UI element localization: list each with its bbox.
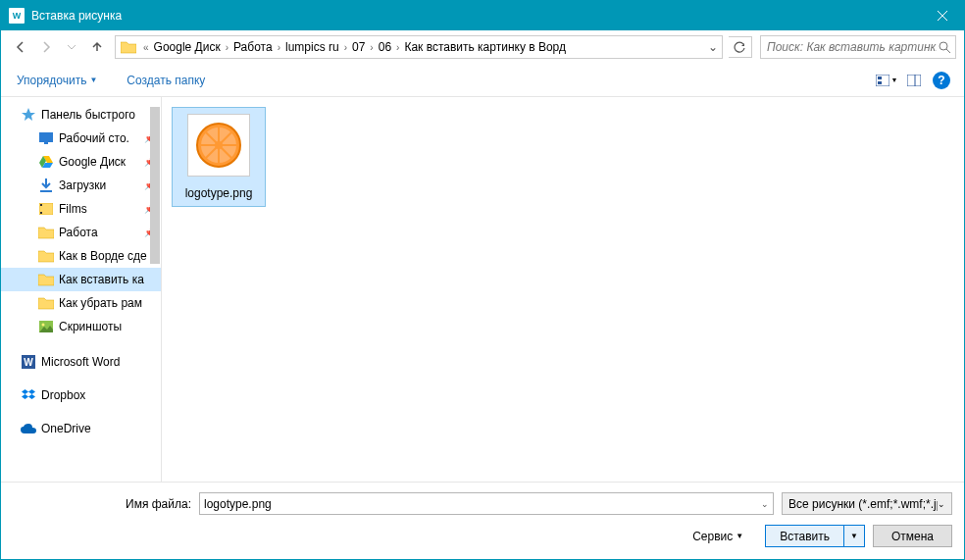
sidebar-item-downloads[interactable]: Загрузки📌 xyxy=(1,174,161,197)
tools-button[interactable]: Сервис ▼ xyxy=(692,530,743,543)
up-button[interactable] xyxy=(85,35,109,59)
dropdown-icon: ▼ xyxy=(89,76,97,84)
new-folder-button[interactable]: Создать папку xyxy=(121,70,211,91)
organize-button[interactable]: Упорядочить ▼ xyxy=(11,70,103,91)
svg-rect-3 xyxy=(878,81,882,84)
file-item-selected[interactable]: logotype.png xyxy=(172,107,266,207)
svg-rect-11 xyxy=(40,212,42,214)
filter-text: Все рисунки (*.emf;*.wmf;*.jpg xyxy=(788,497,938,511)
file-thumbnail xyxy=(187,114,250,177)
sidebar-item-dropbox[interactable]: Dropbox xyxy=(1,383,161,407)
sidebar-label: Как вставить ка xyxy=(59,273,144,286)
sidebar: Панель быстрого Рабочий сто.📌 Google Дис… xyxy=(1,97,162,482)
bottom-panel: Имя файла: logotype.png ⌄ Все рисунки (*… xyxy=(1,482,964,559)
chevron-icon: › xyxy=(394,42,401,53)
content: Панель быстрого Рабочий сто.📌 Google Дис… xyxy=(1,97,964,482)
word-icon: W xyxy=(21,354,36,370)
tools-label: Сервис xyxy=(692,530,733,543)
forward-button[interactable] xyxy=(34,35,58,59)
dropdown-icon: ⌄ xyxy=(761,499,769,509)
sidebar-label: Films xyxy=(59,202,87,216)
sidebar-label: Работа xyxy=(59,226,98,239)
sidebar-item-desktop[interactable]: Рабочий сто.📌 xyxy=(1,127,161,150)
svg-point-22 xyxy=(215,141,223,149)
new-folder-label: Создать папку xyxy=(127,74,205,87)
gdrive-icon xyxy=(38,154,54,170)
sidebar-label: Загрузки xyxy=(59,178,106,192)
crumb-1[interactable]: Работа xyxy=(230,40,276,54)
crumb-4[interactable]: 06 xyxy=(376,40,394,54)
sidebar-item-screenshots[interactable]: Скриншоты xyxy=(1,315,161,338)
sidebar-item-work[interactable]: Работа📌 xyxy=(1,221,161,244)
folder-icon xyxy=(38,225,54,240)
sidebar-item-current[interactable]: Как вставить ка xyxy=(1,268,161,291)
sidebar-item-gdrive[interactable]: Google Диск📌 xyxy=(1,150,161,174)
svg-rect-2 xyxy=(878,76,882,79)
crumb-3[interactable]: 07 xyxy=(349,40,368,54)
back-button[interactable] xyxy=(9,35,32,59)
svg-rect-7 xyxy=(44,142,48,144)
close-button[interactable] xyxy=(920,1,964,30)
chevron-icon: › xyxy=(368,42,375,53)
recent-dropdown[interactable] xyxy=(60,35,83,59)
desktop-icon xyxy=(38,130,54,146)
quick-access[interactable]: Панель быстрого xyxy=(1,103,161,127)
svg-rect-1 xyxy=(876,75,889,86)
filter-combo[interactable]: Все рисунки (*.emf;*.wmf;*.jpg ⌄ xyxy=(782,492,952,515)
insert-button[interactable]: Вставить ▼ xyxy=(765,525,865,547)
search-icon xyxy=(939,41,951,54)
quick-access-label: Панель быстрого xyxy=(41,108,135,122)
sidebar-item-onedrive[interactable]: OneDrive xyxy=(1,417,161,440)
address-dropdown[interactable]: ⌄ xyxy=(702,40,722,54)
image-icon xyxy=(38,319,54,334)
sidebar-label: Как убрать рам xyxy=(59,296,142,310)
sidebar-item-folder3[interactable]: Как убрать рам xyxy=(1,291,161,315)
view-mode-button[interactable]: ▼ xyxy=(874,70,899,91)
star-icon xyxy=(21,107,36,123)
insert-dropdown[interactable]: ▼ xyxy=(844,532,864,540)
word-app-icon: W xyxy=(9,8,25,24)
filename-combo[interactable]: logotype.png ⌄ xyxy=(199,492,774,515)
refresh-button[interactable] xyxy=(729,36,752,58)
filename-label: Имя файла: xyxy=(13,497,199,511)
folder-icon xyxy=(38,272,54,287)
chevron-icon: « xyxy=(141,42,151,53)
search-box[interactable] xyxy=(760,35,956,59)
sidebar-label: Microsoft Word xyxy=(41,355,120,369)
dropdown-icon: ▼ xyxy=(736,532,743,540)
cancel-button[interactable]: Отмена xyxy=(873,525,952,547)
window-title: Вставка рисунка xyxy=(31,9,920,23)
crumb-2[interactable]: lumpics ru xyxy=(282,40,342,54)
svg-rect-10 xyxy=(40,204,42,206)
svg-rect-6 xyxy=(39,132,53,142)
filename-value: logotype.png xyxy=(204,497,272,511)
preview-pane-button[interactable] xyxy=(901,70,927,91)
sidebar-item-films[interactable]: Films📌 xyxy=(1,197,161,221)
scrollbar-thumb[interactable] xyxy=(150,107,160,264)
svg-text:W: W xyxy=(24,357,33,368)
file-area[interactable]: logotype.png xyxy=(162,97,964,482)
onedrive-icon xyxy=(21,421,36,436)
nav-row: « Google Диск › Работа › lumpics ru › 07… xyxy=(1,30,964,64)
toolbar: Упорядочить ▼ Создать папку ▼ ? xyxy=(1,64,964,97)
help-icon: ? xyxy=(933,72,950,89)
breadcrumb: « Google Диск › Работа › lumpics ru › 07… xyxy=(141,40,702,54)
help-button[interactable]: ? xyxy=(929,70,954,91)
crumb-0[interactable]: Google Диск xyxy=(151,40,224,54)
folder-icon xyxy=(38,295,54,311)
titlebar: W Вставка рисунка xyxy=(1,1,964,30)
sidebar-label: Как в Ворде сде xyxy=(59,249,147,263)
svg-rect-4 xyxy=(907,75,921,86)
svg-point-0 xyxy=(940,42,947,50)
chevron-icon: › xyxy=(276,42,282,53)
sidebar-item-word[interactable]: W Microsoft Word xyxy=(1,350,161,374)
cancel-label: Отмена xyxy=(891,530,934,543)
sidebar-item-folder1[interactable]: Как в Ворде сде xyxy=(1,244,161,268)
address-bar[interactable]: « Google Диск › Работа › lumpics ru › 07… xyxy=(115,35,723,59)
downloads-icon xyxy=(38,178,54,193)
sidebar-label: Рабочий сто. xyxy=(59,131,129,145)
organize-label: Упорядочить xyxy=(17,74,86,87)
sidebar-label: Скриншоты xyxy=(59,320,122,333)
search-input[interactable] xyxy=(765,39,939,55)
crumb-5[interactable]: Как вставить картинку в Ворд xyxy=(401,40,569,54)
